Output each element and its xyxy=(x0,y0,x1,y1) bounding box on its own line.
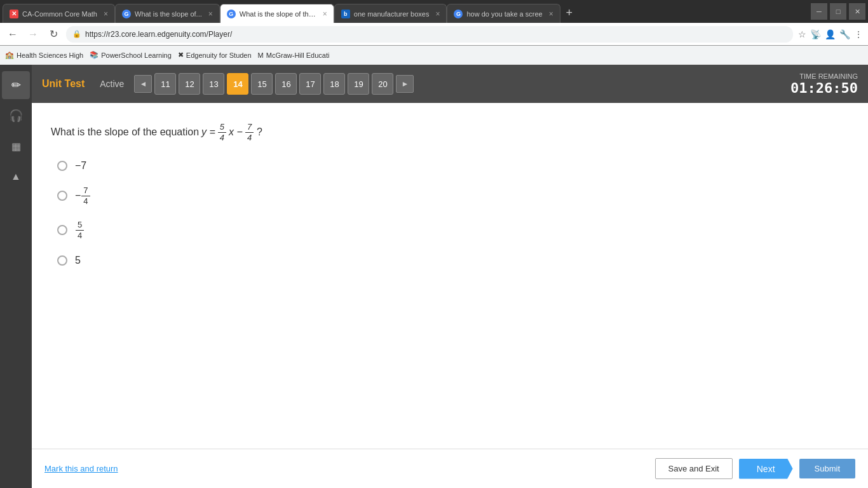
bookmark-edgenuity[interactable]: ✖ Edgenuity for Studen xyxy=(178,51,252,59)
answer-options: −7 − 7 4 xyxy=(51,160,849,266)
question-number-15[interactable]: 15 xyxy=(251,73,273,95)
bookmark-ed-icon: ✖ xyxy=(178,51,184,59)
timer-label: TIME REMAINING xyxy=(790,72,858,80)
minimize-button[interactable]: ─ xyxy=(811,3,827,20)
headphones-icon: 🎧 xyxy=(9,109,23,123)
up-arrow-icon: ▲ xyxy=(11,171,21,182)
option-5over4[interactable]: 5 4 xyxy=(57,220,849,240)
fraction-7-4: 7 4 xyxy=(245,122,254,142)
unit-test-label: Unit Test xyxy=(42,78,85,90)
tab-label-screen: how do you take a scree xyxy=(466,10,542,18)
option-text-neg7: −7 xyxy=(75,160,86,172)
option-neg7[interactable]: −7 xyxy=(57,160,849,172)
question-nav: ◄ 11 12 13 14 15 16 17 18 19 20 ► xyxy=(134,73,414,95)
back-button[interactable]: ← xyxy=(5,27,20,42)
option-text-5over4: 5 4 xyxy=(75,220,85,240)
question-text-before: What is the slope of the equation xyxy=(51,126,199,138)
tab-icon-g2: G xyxy=(227,10,236,18)
extension-icon[interactable]: 🔧 xyxy=(839,29,850,39)
active-label: Active xyxy=(100,79,124,89)
sidebar: ✏ 🎧 ▦ ▲ xyxy=(0,65,32,488)
menu-dots-icon[interactable]: ⋮ xyxy=(854,29,863,39)
tab-icon-g3: G xyxy=(454,10,463,18)
url-bar[interactable]: 🔒 https://r23.core.learn.edgenuity.com/P… xyxy=(66,26,793,43)
fraction-5-4: 5 4 xyxy=(218,122,226,142)
neg-sign: − xyxy=(75,190,81,201)
pencil-icon: ✏ xyxy=(11,78,21,92)
bookmark-powerschool[interactable]: 📚 PowerSchool Learning xyxy=(90,51,172,59)
sidebar-headphones[interactable]: 🎧 xyxy=(2,102,30,130)
question-panel: What is the slope of the equation y = 5 … xyxy=(32,103,868,449)
tab-label-slope2: What is the slope of the s xyxy=(240,10,316,18)
save-exit-button[interactable]: Save and Exit xyxy=(655,458,733,479)
tab-close-4[interactable]: × xyxy=(435,10,440,18)
app-layout: ✏ 🎧 ▦ ▲ Unit Test Active ◄ 11 12 13 14 1… xyxy=(0,65,868,488)
tab-label-slope1: What is the slope of... xyxy=(135,10,202,18)
option-5[interactable]: 5 xyxy=(57,255,849,266)
question-footer: Mark this and return Save and Exit Next … xyxy=(32,449,868,488)
next-question-button[interactable]: ► xyxy=(396,75,414,93)
submit-button[interactable]: Submit xyxy=(799,459,855,478)
calculator-icon: ▦ xyxy=(11,140,21,152)
question-number-17[interactable]: 17 xyxy=(299,73,321,95)
tab-manufacturer[interactable]: b one manufacturer boxes × xyxy=(334,4,447,23)
address-bar-actions: ☆ 📡 👤 🔧 ⋮ xyxy=(798,29,863,39)
tab-what-slope-1[interactable]: G What is the slope of... × xyxy=(115,4,220,23)
equation-display: y = 5 4 x − 7 4 xyxy=(201,122,254,142)
question-number-18[interactable]: 18 xyxy=(323,73,345,95)
close-button[interactable]: ✕ xyxy=(849,3,865,20)
tab-icon-x: ✕ xyxy=(10,10,18,18)
tab-close-5[interactable]: × xyxy=(549,10,553,18)
mark-return-link[interactable]: Mark this and return xyxy=(44,464,118,473)
next-button[interactable]: Next xyxy=(739,459,793,479)
sidebar-pencil[interactable]: ✏ xyxy=(2,71,30,99)
radio-5[interactable] xyxy=(57,255,67,266)
reload-button[interactable]: ↻ xyxy=(46,27,61,42)
tab-close-3[interactable]: × xyxy=(323,10,327,18)
radio-neg7over4[interactable] xyxy=(57,191,67,201)
new-tab-button[interactable]: + xyxy=(560,4,578,22)
cast-icon[interactable]: 📡 xyxy=(810,29,821,39)
footer-buttons: Save and Exit Next Submit xyxy=(655,458,855,479)
browser-chrome: ✕ CA-Common Core Math × G What is the sl… xyxy=(0,0,868,65)
question-number-14[interactable]: 14 xyxy=(227,73,248,95)
question-number-19[interactable]: 19 xyxy=(348,73,369,95)
maximize-button[interactable]: □ xyxy=(830,3,846,20)
profile-icon[interactable]: 👤 xyxy=(825,29,836,39)
radio-neg7[interactable] xyxy=(57,161,67,171)
address-bar: ← → ↻ 🔒 https://r23.core.learn.edgenuity… xyxy=(0,23,868,46)
option-text-5: 5 xyxy=(75,255,81,266)
question-number-16[interactable]: 16 xyxy=(275,73,297,95)
question-text-after: ? xyxy=(257,126,262,138)
window-controls: ─ □ ✕ xyxy=(811,3,865,20)
bookmark-health-icon: 🏫 xyxy=(5,51,14,59)
tab-ca-common-core[interactable]: ✕ CA-Common Core Math × xyxy=(3,4,115,23)
option-text-neg7over4: − 7 4 xyxy=(75,186,91,206)
tab-bar: ✕ CA-Common Core Math × G What is the sl… xyxy=(0,0,868,23)
question-number-11[interactable]: 11 xyxy=(154,73,176,95)
sidebar-calculator[interactable]: ▦ xyxy=(2,132,30,160)
tab-what-slope-2[interactable]: G What is the slope of the s × xyxy=(220,4,334,23)
bookmarks-bar: 🏫 Health Sciences High 📚 PowerSchool Lea… xyxy=(0,46,868,65)
tab-close-1[interactable]: × xyxy=(104,10,108,18)
tab-label-mfg: one manufacturer boxes xyxy=(354,10,430,18)
bookmark-health[interactable]: 🏫 Health Sciences High xyxy=(5,51,83,59)
bookmark-mg-icon: M xyxy=(258,51,264,59)
question-number-13[interactable]: 13 xyxy=(203,73,224,95)
question-text: What is the slope of the equation y = 5 … xyxy=(51,122,849,142)
radio-5over4[interactable] xyxy=(57,225,67,235)
tab-icon-b: b xyxy=(341,10,350,18)
sidebar-up[interactable]: ▲ xyxy=(2,163,30,191)
question-number-12[interactable]: 12 xyxy=(179,73,200,95)
top-bar: Unit Test Active ◄ 11 12 13 14 15 16 17 … xyxy=(32,65,868,103)
tab-icon-g1: G xyxy=(122,10,131,18)
fraction-option-5-4: 5 4 xyxy=(76,220,84,240)
bookmark-mcgraw[interactable]: M McGraw-Hill Educati xyxy=(258,51,330,59)
question-number-20[interactable]: 20 xyxy=(372,73,393,95)
prev-question-button[interactable]: ◄ xyxy=(134,75,152,93)
tab-screenshot[interactable]: G how do you take a scree × xyxy=(447,4,560,23)
bookmark-star-icon[interactable]: ☆ xyxy=(798,29,806,39)
forward-button[interactable]: → xyxy=(25,27,41,42)
option-neg7over4[interactable]: − 7 4 xyxy=(57,186,849,206)
tab-close-2[interactable]: × xyxy=(208,10,213,18)
